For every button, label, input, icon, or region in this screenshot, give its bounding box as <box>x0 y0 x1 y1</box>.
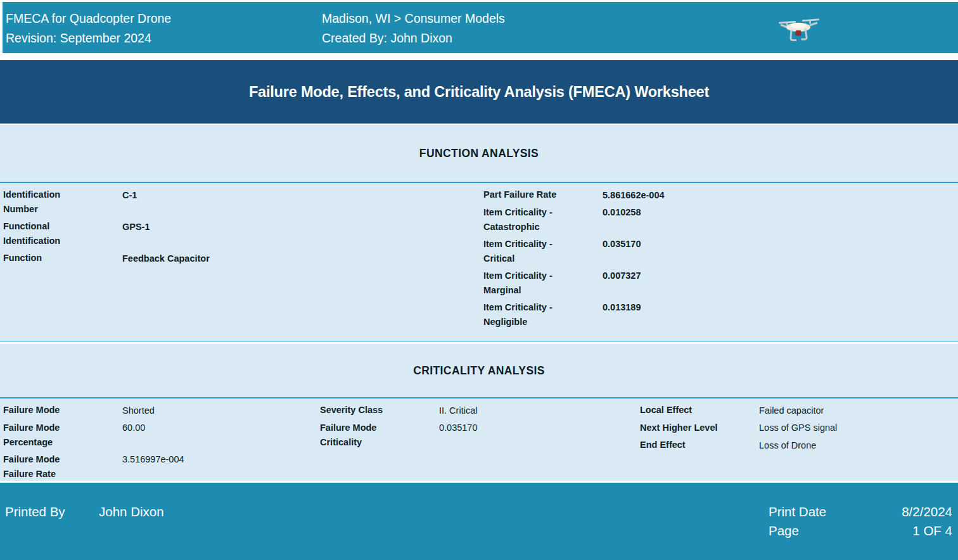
footer-right-block: Print Date 8/2/2024 Page 1 OF 4 <box>769 502 952 540</box>
print-date-label: Print Date <box>769 502 826 521</box>
criticality-analysis-section-header: CRITICALITY ANALYSIS <box>0 344 958 397</box>
function-analysis-data: Identification Number C-1 Functional Ide… <box>0 183 958 341</box>
function-analysis-title: FUNCTION ANALYSIS <box>419 147 539 160</box>
report-header-middle: Madison, WI > Consumer Models Created By… <box>322 9 505 48</box>
field-label: Item Criticality - Catastrophic <box>483 205 603 234</box>
field-value: 60.00 <box>122 421 145 450</box>
criticality-column-2: Severity Class II. Critical Failure Mode… <box>317 398 637 484</box>
field-value: 5.861662e-004 <box>603 188 665 203</box>
criticality-column-3: Local Effect Failed capacitor Next Highe… <box>637 398 958 484</box>
field-value: II. Critical <box>439 403 477 418</box>
worksheet-title: Failure Mode, Effects, and Criticality A… <box>249 84 709 101</box>
field-value: Loss of Drone <box>759 438 816 453</box>
field-label: Local Effect <box>640 403 759 418</box>
field-label: Part Failure Rate <box>483 188 603 203</box>
function-analysis-right-column: Part Failure Rate 5.861662e-004 Item Cri… <box>480 183 958 341</box>
criticality-analysis-title: CRITICALITY ANALYSIS <box>413 364 545 378</box>
field-value: 0.010258 <box>603 205 641 234</box>
fmeca-report-page: FMECA for Quadcopter Drone Revision: Sep… <box>0 0 958 560</box>
field-label: Item Criticality - Marginal <box>483 269 603 298</box>
printed-by-label: Printed By <box>5 502 99 521</box>
field-label: Severity Class <box>320 403 439 418</box>
field-label: Next Higher Level <box>640 421 759 436</box>
report-header-left: FMECA for Quadcopter Drone Revision: Sep… <box>6 9 171 48</box>
field-label: Item Criticality - Critical <box>483 237 603 266</box>
report-footer-bar: Printed By John Dixon Print Date 8/2/202… <box>0 483 958 560</box>
criticality-analysis-data: Failure Mode Shorted Failure Mode Percen… <box>0 398 958 481</box>
field-label: Failure Mode <box>3 403 122 418</box>
field-severity-class: Severity Class II. Critical <box>320 403 637 418</box>
field-item-criticality-marginal: Item Criticality - Marginal 0.007327 <box>483 269 958 298</box>
field-label: Failure Mode Percentage <box>3 421 122 450</box>
field-local-effect: Local Effect Failed capacitor <box>640 403 958 418</box>
function-analysis-section-header: FUNCTION ANALYSIS <box>0 125 958 182</box>
field-value: Failed capacitor <box>759 403 824 418</box>
field-label: Function <box>3 251 122 266</box>
page-label: Page <box>769 521 799 540</box>
created-by: Created By: John Dixon <box>322 29 505 48</box>
printed-by-value: John Dixon <box>99 502 164 521</box>
field-next-higher-level: Next Higher Level Loss of GPS signal <box>640 421 958 436</box>
field-item-criticality-catastrophic: Item Criticality - Catastrophic 0.010258 <box>483 205 958 234</box>
field-value: 0.007327 <box>603 269 641 298</box>
field-function: Function Feedback Capacitor <box>3 251 480 266</box>
page-value: 1 OF 4 <box>912 521 952 540</box>
field-failure-mode: Failure Mode Shorted <box>3 403 317 418</box>
worksheet-title-banner: Failure Mode, Effects, and Criticality A… <box>0 60 958 124</box>
field-failure-mode-criticality: Failure Mode Criticality 0.035170 <box>320 421 637 450</box>
field-value: C-1 <box>122 188 137 217</box>
criticality-column-1: Failure Mode Shorted Failure Mode Percen… <box>0 398 317 484</box>
field-end-effect: End Effect Loss of Drone <box>640 438 958 453</box>
field-functional-identification: Functional Identification GPS-1 <box>3 219 480 248</box>
function-analysis-left-column: Identification Number C-1 Functional Ide… <box>0 183 480 341</box>
field-identification-number: Identification Number C-1 <box>3 188 480 217</box>
field-label: Identification Number <box>3 188 122 217</box>
field-value: Feedback Capacitor <box>122 251 210 266</box>
field-value: Shorted <box>122 403 155 418</box>
breadcrumb: Madison, WI > Consumer Models <box>322 9 505 29</box>
field-value: 0.013189 <box>603 300 641 329</box>
field-value: 0.035170 <box>603 237 641 266</box>
print-date-value: 8/2/2024 <box>902 502 952 521</box>
field-failure-mode-failure-rate: Failure Mode Failure Rate 3.516997e-004 <box>3 452 317 481</box>
field-value: 3.516997e-004 <box>122 452 184 481</box>
page-row: Page 1 OF 4 <box>769 521 952 540</box>
printed-by-row: Printed By John Dixon <box>5 502 164 521</box>
field-label: End Effect <box>640 438 759 453</box>
report-header-bar: FMECA for Quadcopter Drone Revision: Sep… <box>3 2 958 53</box>
field-label: Failure Mode Failure Rate <box>3 452 122 481</box>
field-item-criticality-critical: Item Criticality - Critical 0.035170 <box>483 237 958 266</box>
field-value: GPS-1 <box>122 219 150 248</box>
report-revision: Revision: September 2024 <box>6 29 171 48</box>
field-failure-mode-percentage: Failure Mode Percentage 60.00 <box>3 421 317 450</box>
field-label: Item Criticality - Negligible <box>483 300 603 329</box>
field-item-criticality-negligible: Item Criticality - Negligible 0.013189 <box>483 300 958 329</box>
field-value: Loss of GPS signal <box>759 421 837 436</box>
field-value: 0.035170 <box>439 421 477 450</box>
print-date-row: Print Date 8/2/2024 <box>769 502 952 521</box>
quadcopter-drone-icon <box>778 16 820 45</box>
field-label: Failure Mode Criticality <box>320 421 439 450</box>
field-label: Functional Identification <box>3 219 122 248</box>
report-title: FMECA for Quadcopter Drone <box>6 9 171 29</box>
field-part-failure-rate: Part Failure Rate 5.861662e-004 <box>483 188 958 203</box>
